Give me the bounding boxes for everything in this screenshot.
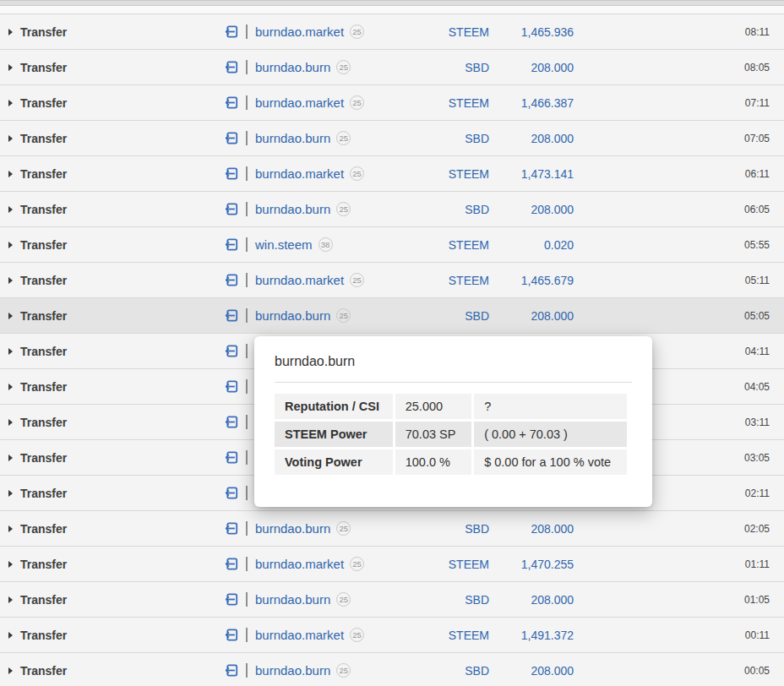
- table-row[interactable]: Transfer burndao.burn 25 SBD 208.000 08:…: [0, 49, 784, 84]
- amount-cell: 208.000: [469, 511, 574, 546]
- account-link[interactable]: burndao.burn: [255, 131, 330, 145]
- reputation-badge: 25: [336, 202, 351, 216]
- triangle-right-icon[interactable]: [8, 64, 13, 71]
- table-row[interactable]: Transfer burndao.burn 25 SBD 208.000 02:…: [0, 510, 784, 546]
- account-link[interactable]: burndao.market: [255, 24, 344, 39]
- operation-expander[interactable]: Transfer: [8, 582, 67, 617]
- table-row[interactable]: Transfer burndao.burn 25 SBD 208.000 07:…: [0, 120, 784, 155]
- table-row[interactable]: Transfer burndao.burn 25 SBD 208.000 01:…: [0, 581, 784, 617]
- triangle-right-icon[interactable]: [8, 206, 13, 213]
- table-row[interactable]: Transfer burndao.market 25 STEEM 1,465.9…: [0, 14, 784, 49]
- operation-expander[interactable]: Transfer: [8, 334, 67, 368]
- box-arrow-in-left-icon: [224, 24, 240, 40]
- operation-expander[interactable]: Transfer: [8, 547, 67, 581]
- operation-expander[interactable]: Transfer: [8, 405, 67, 439]
- account-link[interactable]: burndao.burn: [255, 521, 330, 536]
- table-row: Voting Power 100.0 % $ 0.00 for a 100 % …: [275, 449, 627, 475]
- icon-separator: [246, 60, 248, 74]
- operation-expander[interactable]: Transfer: [8, 263, 67, 297]
- table-row[interactable]: Transfer win.steem 38 STEEM 0.020 05:55: [0, 226, 784, 262]
- operation-expander[interactable]: Transfer: [8, 440, 67, 475]
- operation-expander[interactable]: Transfer: [8, 653, 67, 686]
- operation-expander[interactable]: Transfer: [8, 227, 67, 262]
- triangle-right-icon[interactable]: [8, 29, 13, 35]
- operation-expander[interactable]: Transfer: [8, 156, 67, 191]
- box-arrow-in-left-icon: [224, 556, 240, 572]
- triangle-right-icon[interactable]: [8, 277, 13, 284]
- table-row[interactable]: Transfer burndao.market 25 STEEM 1,470.2…: [0, 546, 784, 581]
- table-row[interactable]: Transfer burndao.burn 25 SBD 208.000 05:…: [0, 297, 784, 333]
- stat-value: 25.000: [395, 394, 471, 419]
- box-arrow-in-left-icon: [224, 449, 240, 466]
- table-row[interactable]: Transfer burndao.market 25 STEEM 1,473.1…: [0, 155, 784, 191]
- account-stats-table: Reputation / CSI 25.000 ? STEEM Power 70…: [272, 391, 629, 477]
- reputation-badge: 25: [336, 131, 351, 145]
- account-link[interactable]: burndao.burn: [255, 308, 330, 323]
- triangle-right-icon[interactable]: [8, 596, 13, 603]
- triangle-right-icon[interactable]: [8, 242, 13, 248]
- account-link[interactable]: burndao.market: [255, 166, 344, 181]
- triangle-right-icon[interactable]: [8, 561, 13, 568]
- amount-cell: 208.000: [469, 121, 574, 155]
- triangle-right-icon[interactable]: [8, 384, 13, 390]
- account-link[interactable]: burndao.burn: [255, 663, 330, 678]
- counterparty-cell: burndao.market 25: [224, 547, 364, 581]
- triangle-right-icon[interactable]: [8, 490, 13, 497]
- counterparty-cell: [224, 334, 255, 368]
- triangle-right-icon[interactable]: [8, 171, 13, 177]
- operation-expander[interactable]: Transfer: [8, 50, 67, 84]
- counterparty-cell: burndao.burn 25: [224, 582, 351, 617]
- triangle-right-icon[interactable]: [8, 313, 13, 319]
- account-link[interactable]: burndao.burn: [255, 60, 330, 74]
- stat-label: Reputation / CSI: [275, 394, 393, 419]
- amount-cell: 1,473.141: [469, 156, 574, 191]
- stat-detail: ( 0.00 + 70.03 ): [474, 422, 627, 447]
- table-row[interactable]: Transfer burndao.burn 25 SBD 208.000 00:…: [0, 652, 784, 686]
- account-link[interactable]: burndao.market: [255, 273, 344, 287]
- time-cell: 08:11: [672, 14, 770, 49]
- account-link[interactable]: burndao.market: [255, 628, 344, 642]
- counterparty-cell: burndao.burn 25: [224, 50, 351, 84]
- operation-expander[interactable]: Transfer: [8, 121, 67, 155]
- table-row[interactable]: Transfer burndao.market 25 STEEM 1,491.3…: [0, 617, 784, 652]
- scrolled-header-edge: [0, 0, 784, 6]
- triangle-right-icon[interactable]: [8, 100, 13, 106]
- triangle-right-icon[interactable]: [8, 525, 13, 532]
- account-link[interactable]: win.steem: [255, 237, 313, 252]
- counterparty-cell: [224, 476, 255, 510]
- stat-detail: ?: [474, 394, 627, 419]
- operation-type-label: Transfer: [20, 309, 67, 323]
- box-arrow-in-left-icon: [224, 237, 240, 253]
- triangle-right-icon[interactable]: [8, 419, 13, 426]
- triangle-right-icon[interactable]: [8, 455, 13, 461]
- account-link[interactable]: burndao.market: [255, 95, 344, 110]
- table-row[interactable]: Transfer burndao.burn 25 SBD 208.000 06:…: [0, 191, 784, 226]
- operation-expander[interactable]: Transfer: [8, 14, 67, 49]
- reputation-badge: 25: [336, 60, 351, 74]
- operation-expander[interactable]: Transfer: [8, 476, 67, 510]
- reputation-badge: 25: [350, 95, 364, 110]
- icon-separator: [246, 415, 248, 429]
- triangle-right-icon[interactable]: [8, 135, 13, 142]
- operation-expander[interactable]: Transfer: [8, 369, 67, 404]
- account-link[interactable]: burndao.burn: [255, 592, 330, 607]
- icon-separator: [246, 273, 248, 287]
- triangle-right-icon[interactable]: [8, 632, 13, 639]
- amount-cell: 208.000: [469, 298, 574, 333]
- operation-expander[interactable]: Transfer: [8, 618, 67, 652]
- triangle-right-icon[interactable]: [8, 667, 13, 674]
- icon-separator: [246, 237, 248, 252]
- counterparty-cell: burndao.burn 25: [224, 192, 351, 226]
- table-row[interactable]: Transfer burndao.market 25 STEEM 1,465.6…: [0, 262, 784, 297]
- operation-expander[interactable]: Transfer: [8, 192, 67, 226]
- triangle-right-icon[interactable]: [8, 348, 13, 355]
- amount-cell: 208.000: [469, 582, 574, 617]
- operation-expander[interactable]: Transfer: [8, 85, 67, 120]
- operation-expander[interactable]: Transfer: [8, 511, 67, 546]
- account-link[interactable]: burndao.market: [255, 557, 344, 571]
- time-cell: 08:05: [672, 50, 770, 84]
- operation-expander[interactable]: Transfer: [8, 298, 67, 333]
- table-row[interactable]: Transfer burndao.market 25 STEEM 1,466.3…: [0, 84, 784, 120]
- account-link[interactable]: burndao.burn: [255, 202, 330, 216]
- reputation-badge: 25: [350, 166, 364, 181]
